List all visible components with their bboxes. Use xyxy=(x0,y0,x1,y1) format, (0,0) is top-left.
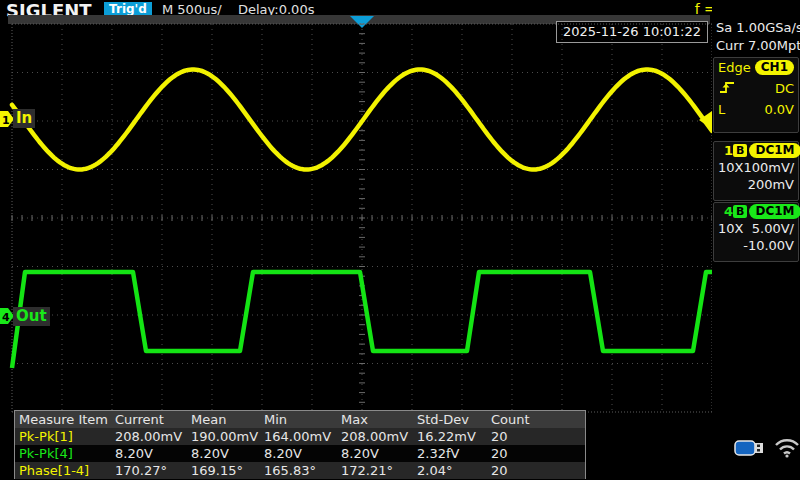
trigger-level-value: 0.0V xyxy=(764,102,794,117)
ch1-scale: 100mV/ xyxy=(743,160,794,175)
ch4-probe: 10X xyxy=(718,221,743,236)
ch4-panel[interactable]: 4 B DC1M 10X 5.00V/ -10.00V xyxy=(713,202,799,262)
usb-icon[interactable] xyxy=(734,438,766,462)
measure-value: 172.21° xyxy=(341,462,417,479)
trigger-panel[interactable]: Edge CH1 DC L 0.0V xyxy=(713,57,799,133)
measure-value: 2.04° xyxy=(417,462,491,479)
measure-value: 16.22mV xyxy=(417,428,491,445)
ch1-offset: 200mV xyxy=(748,177,794,192)
table-row-pkpk1: Pk-Pk[1] 208.00mV 190.00mV 164.00mV 208.… xyxy=(15,428,585,445)
sample-rate: Sa 1.00GSa/s xyxy=(716,20,800,35)
measure-value: 8.20V xyxy=(115,445,191,462)
col-mean: Mean xyxy=(191,411,264,428)
measure-value: 165.83° xyxy=(264,462,341,479)
col-stddev: Std-Dev xyxy=(417,411,491,428)
ch1-panel[interactable]: 1 B DC1M 10X 100mV/ 200mV xyxy=(713,141,799,201)
measurement-table-header: Measure Item Current Mean Min Max Std-De… xyxy=(15,411,585,428)
status-icons xyxy=(734,438,800,462)
right-sidebar: Sa 1.00GSa/s Curr 7.00Mpts Edge CH1 DC L… xyxy=(712,0,800,480)
measure-name: Pk-Pk[1] xyxy=(19,428,115,445)
ch1-coupling-badge[interactable]: DC1M xyxy=(749,143,800,158)
ch1-bandwidth-badge: B xyxy=(733,144,747,157)
col-min: Min xyxy=(264,411,341,428)
col-max: Max xyxy=(341,411,417,428)
measure-value: 2.32fV xyxy=(417,445,491,462)
measure-value: 190.00mV xyxy=(191,428,264,445)
ch4-number: 4 xyxy=(718,204,733,219)
measure-value: 8.20V xyxy=(264,445,341,462)
waveform-display[interactable]: 1 4 xyxy=(0,0,800,480)
measure-value: 170.27° xyxy=(115,462,191,479)
measure-value: 208.00mV xyxy=(341,428,417,445)
measure-name: Phase[1-4] xyxy=(19,462,115,479)
trigger-type: Edge xyxy=(718,60,751,75)
ch1-trace-label: In xyxy=(13,109,35,128)
memory-depth: Curr 7.00Mpts xyxy=(716,38,800,53)
col-measure-item: Measure Item xyxy=(19,411,115,428)
ch4-trace-label: Out xyxy=(13,307,50,326)
graticule xyxy=(12,24,712,412)
trigger-coupling: DC xyxy=(775,81,794,96)
rising-edge-icon xyxy=(718,79,738,98)
col-current: Current xyxy=(115,411,191,428)
trigger-source-badge[interactable]: CH1 xyxy=(755,60,794,75)
measure-value: 164.00mV xyxy=(264,428,341,445)
ch4-bandwidth-badge: B xyxy=(733,205,747,218)
measure-value: 20 xyxy=(491,428,585,445)
measure-value: 20 xyxy=(491,462,585,479)
measure-value: 208.00mV xyxy=(115,428,191,445)
ch1-probe: 10X xyxy=(718,160,743,175)
measurement-table[interactable]: Measure Item Current Mean Min Max Std-De… xyxy=(14,410,586,479)
ch4-coupling-badge[interactable]: DC1M xyxy=(749,204,800,219)
ch1-position-marker[interactable]: 1 xyxy=(0,111,14,127)
measure-value: 8.20V xyxy=(191,445,264,462)
svg-text:1: 1 xyxy=(2,114,10,127)
ch4-offset: -10.00V xyxy=(743,238,794,253)
measure-value: 20 xyxy=(491,445,585,462)
svg-text:4: 4 xyxy=(2,311,10,324)
ch4-scale: 5.00V/ xyxy=(752,221,794,236)
measure-name: Pk-Pk[4] xyxy=(19,445,115,462)
trigger-level-label: L xyxy=(718,102,725,117)
table-row-pkpk4: Pk-Pk[4] 8.20V 8.20V 8.20V 8.20V 2.32fV … xyxy=(15,445,585,462)
measure-value: 169.15° xyxy=(191,462,264,479)
ch1-number: 1 xyxy=(718,143,733,158)
wifi-icon[interactable] xyxy=(774,438,800,462)
measure-value: 8.20V xyxy=(341,445,417,462)
table-row-phase: Phase[1-4] 170.27° 169.15° 165.83° 172.2… xyxy=(15,462,585,479)
col-count: Count xyxy=(491,411,585,428)
